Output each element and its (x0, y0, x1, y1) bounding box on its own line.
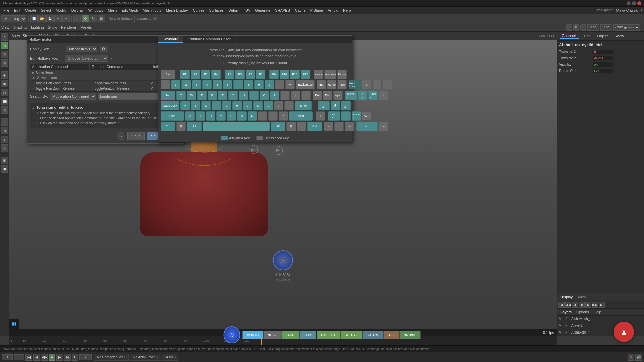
menu-generate[interactable]: Generate (253, 8, 272, 13)
key-f6[interactable]: F6 (235, 70, 245, 79)
key-7[interactable]: 7 (233, 80, 243, 89)
prev-key-btn[interactable]: |◀ (558, 302, 565, 308)
key-y[interactable]: Y (228, 90, 238, 100)
mode-dropdown[interactable]: Modeling (1, 15, 26, 22)
loop-btn[interactable]: ↻ (72, 354, 78, 361)
key-f12[interactable]: F12 (301, 70, 310, 79)
sel-mouth-btn[interactable]: MOUTH (242, 331, 263, 339)
key-f4[interactable]: F4 (211, 70, 221, 79)
key-numpad-star[interactable]: * (372, 80, 382, 89)
key-pgup[interactable]: PgUp (337, 80, 347, 89)
sel-all-btn[interactable]: ALL (384, 331, 399, 339)
window-maximize[interactable] (632, 1, 636, 5)
channel-tx-value[interactable]: 0 (593, 50, 613, 54)
sel-sr-eye-btn[interactable]: SR_EYE (362, 331, 383, 339)
undo-btn[interactable]: ↩ (54, 15, 62, 22)
range-end-input[interactable] (79, 354, 92, 360)
layer-2-p[interactable]: P (565, 324, 570, 327)
key-num8[interactable]: ↑8 (358, 90, 367, 100)
prev-frame-btn[interactable]: ◀◀ (565, 302, 571, 308)
key-e[interactable]: E (197, 90, 207, 100)
key-n[interactable]: N (237, 111, 247, 121)
key-g[interactable]: G (222, 101, 231, 110)
range-start-input[interactable] (2, 354, 13, 360)
key-esc[interactable]: Esc (161, 70, 175, 79)
sel-nose-btn[interactable]: NOSE (263, 331, 281, 339)
redo-btn[interactable]: ↪ (62, 15, 70, 22)
key-k[interactable]: K (253, 101, 263, 110)
key-l[interactable]: L (264, 101, 273, 110)
timeline-audio-btn[interactable]: 🔊 (635, 354, 642, 361)
play-back-anim-btn[interactable]: ◀▶ (41, 354, 48, 361)
key-end[interactable]: End (323, 90, 332, 100)
key-f9[interactable]: F9 (269, 70, 279, 79)
timeline-settings-btn[interactable]: ⚙ (628, 354, 634, 361)
tab-edit[interactable]: Edit (582, 33, 592, 39)
key-alt-l[interactable]: Alt (187, 122, 202, 131)
key-ctrl-r[interactable]: Ctrl (307, 122, 322, 131)
next-frame-btn[interactable]: ▶▶ (592, 302, 598, 308)
key-numpad-minus[interactable]: - (383, 80, 392, 89)
next-key-btn[interactable]: ▶| (599, 302, 605, 308)
layer-3-p[interactable]: P (565, 330, 570, 334)
camera-tool-1[interactable]: 🎥 (566, 24, 572, 31)
vp-shading-btn[interactable]: Shading (13, 25, 27, 29)
key-f3[interactable]: F3 (201, 70, 210, 79)
step-fwd-btn[interactable]: ▶ (56, 354, 63, 361)
far-clip-input[interactable] (600, 24, 612, 31)
notification-btn[interactable]: ▲ (614, 322, 634, 342)
key-a[interactable]: A (180, 101, 190, 110)
tab-display[interactable]: Display (559, 294, 574, 300)
layer-3-v[interactable]: V (559, 330, 564, 334)
workspace-chevron[interactable]: ▾ (641, 8, 643, 12)
menu-deform[interactable]: Deform (226, 8, 243, 13)
key-8[interactable]: 8 (244, 80, 253, 89)
tab-options[interactable]: Options (575, 309, 590, 315)
menu-pistage[interactable]: PiStage (308, 8, 325, 13)
key-alt-r[interactable]: Alt (271, 122, 285, 131)
tab-object[interactable]: Object (595, 33, 610, 39)
key-3[interactable]: 3 (192, 80, 201, 89)
key-minus[interactable]: - (275, 80, 284, 89)
key-u[interactable]: U (239, 90, 248, 100)
menu-surfaces[interactable]: Surfaces (207, 8, 226, 13)
key-tab[interactable]: Tab (161, 90, 175, 100)
key-num7[interactable]: Home7 (345, 90, 357, 100)
key-backslash[interactable]: | (301, 90, 311, 100)
tab-layers[interactable]: Layers (559, 309, 573, 315)
key-equals[interactable]: = (285, 80, 295, 89)
hotkey-category-select[interactable]: Choose Category... (65, 55, 108, 62)
layer-1-name[interactable]: AishaMesh_lr (571, 317, 642, 321)
key-c[interactable]: C (206, 111, 215, 121)
key-j[interactable]: J (243, 101, 252, 110)
rotate-btn[interactable]: ↻ (90, 15, 97, 22)
key-2[interactable]: 2 (181, 80, 191, 89)
key-m[interactable]: M (248, 111, 257, 121)
key-pause[interactable]: Pause (337, 70, 347, 79)
key-rbracket[interactable]: ] (291, 90, 300, 100)
workspace-value[interactable]: Maya Classic (616, 8, 638, 12)
camera-tool-3[interactable]: ○ (580, 24, 586, 31)
key-shift-r[interactable]: Shift (289, 111, 313, 121)
render-tool-2[interactable]: 🔲 (1, 165, 8, 173)
rotate-tool[interactable]: ↻ (1, 51, 8, 58)
menu-mesh-tools[interactable]: Mesh Tools (141, 8, 163, 13)
key-win-r[interactable]: ⊞ (286, 122, 296, 131)
key-numpad-enter[interactable]: Enter (362, 111, 371, 121)
key-pgdn[interactable]: PgDn (333, 90, 343, 100)
key-num1[interactable]: End1 (328, 111, 340, 121)
current-frame-input[interactable] (14, 354, 24, 360)
render-tool-1[interactable]: ▣ (1, 157, 8, 164)
poly-tool-1[interactable]: ◈ (1, 71, 8, 79)
layer-1-p[interactable]: P (565, 317, 570, 321)
key-menu[interactable]: ☰ (297, 122, 306, 131)
kb-tab-runtime[interactable]: Runtime Command Editor (183, 36, 236, 43)
menu-create[interactable]: Create (23, 8, 38, 13)
tab-channels[interactable]: Channels (560, 33, 579, 39)
menu-windows[interactable]: Windows (86, 8, 105, 13)
menu-file[interactable]: File (1, 8, 11, 13)
key-semi[interactable]: ; (274, 101, 283, 110)
channel-vis-value[interactable]: on (593, 62, 613, 67)
key-period[interactable]: . (268, 111, 278, 121)
menu-mesh[interactable]: Mesh (106, 8, 119, 13)
